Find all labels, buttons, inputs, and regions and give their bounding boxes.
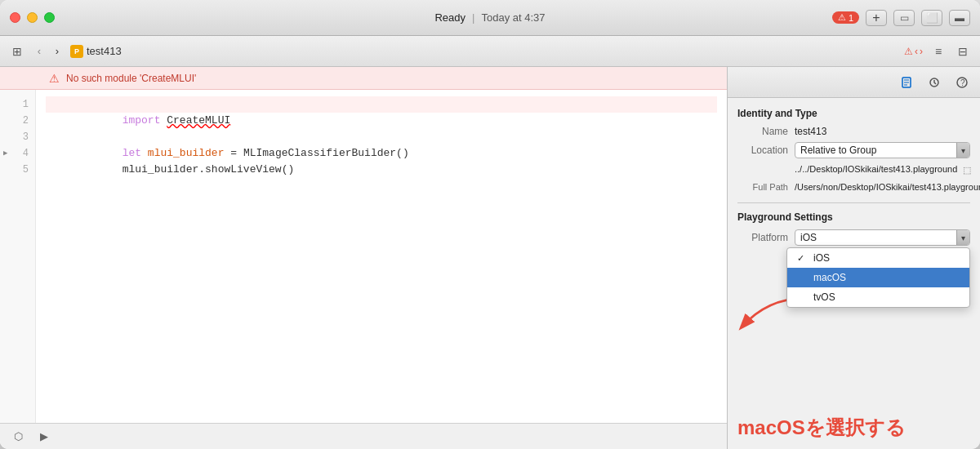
inspector-panel: ? Identity and Type Name test413 Locatio… xyxy=(727,67,980,449)
location-select[interactable]: Relative to Group ▾ xyxy=(795,142,970,158)
dropdown-macos-label: macOS xyxy=(813,272,846,283)
platform-section: Platform iOS ▾ ✓ iOS xyxy=(737,229,970,246)
platform-dropdown: ✓ iOS macOS tvOS xyxy=(786,247,970,308)
error-bar-message: No such module 'CreateMLUI' xyxy=(66,73,196,84)
dropdown-item-tvos[interactable]: tvOS xyxy=(787,287,969,307)
relative-path-browse[interactable]: ⬚ xyxy=(960,163,973,176)
toolbar-error-icon: ⚠ xyxy=(904,46,913,57)
platform-label: Platform xyxy=(737,232,795,243)
location-label: Location xyxy=(737,144,795,156)
navigator-toggle[interactable]: ⊞ xyxy=(8,42,26,60)
dropdown-item-ios[interactable]: ✓ iOS xyxy=(787,248,969,268)
editor-bottom: ⬡ ▶ xyxy=(0,423,727,449)
add-tab-button[interactable]: + xyxy=(866,10,887,26)
line-num-1: 1 xyxy=(0,96,35,113)
line-numbers: 1 2 3 4 5 xyxy=(0,90,36,423)
toolbar-right: ⚠ ‹ › ≡ ⊟ xyxy=(904,42,972,60)
divider-1 xyxy=(737,202,970,203)
inspector-tab-help[interactable]: ? xyxy=(952,73,972,92)
layout-button-1[interactable]: ▭ xyxy=(893,10,915,26)
maximize-button[interactable] xyxy=(44,12,55,23)
error-count: 1 xyxy=(849,13,853,23)
code-area[interactable]: 1 2 3 4 5 import CreateMLUI let mlui_bui… xyxy=(0,90,727,423)
annotation-text: macOSを選択する xyxy=(737,415,970,441)
ios-check-icon: ✓ xyxy=(797,253,808,264)
code-line-3: let mlui_builder = MLImageClassifierBuil… xyxy=(46,129,717,145)
location-row: Location Relative to Group ▾ xyxy=(737,142,970,158)
nav-buttons: ‹ › xyxy=(31,43,65,60)
svg-text:?: ? xyxy=(960,78,965,87)
code-line-1: import CreateMLUI xyxy=(46,96,717,113)
location-select-value: Relative to Group xyxy=(800,144,953,156)
layout-button-2[interactable]: ⬜ xyxy=(921,10,942,26)
toolbar-error: ⚠ ‹ › xyxy=(904,46,923,57)
titlebar: Ready | Today at 4:37 ⚠ 1 + ▭ ⬜ ▬ xyxy=(0,0,980,36)
dropdown-ios-label: iOS xyxy=(813,252,830,264)
editor-panel: ⚠ No such module 'CreateMLUI' 1 2 3 4 5 … xyxy=(0,67,727,449)
breadcrumb: P test413 xyxy=(70,45,122,58)
file-icon: P xyxy=(70,45,83,58)
error-bar-icon: ⚠ xyxy=(49,72,60,85)
name-label: Name xyxy=(737,126,795,137)
nav-forward[interactable]: › xyxy=(49,43,65,60)
name-row: Name test413 xyxy=(737,126,970,137)
error-badge: ⚠ 1 xyxy=(832,11,859,24)
full-path-row: Full Path /Users/non/Desktop/IOSkikai/te… xyxy=(737,181,970,194)
code-lines[interactable]: import CreateMLUI let mlui_builder = MLI… xyxy=(36,90,727,423)
line-num-2: 2 xyxy=(0,113,35,129)
inspector-tab-history[interactable] xyxy=(924,73,944,92)
xcode-window: Ready | Today at 4:37 ⚠ 1 + ▭ ⬜ ▬ ⊞ ‹ › … xyxy=(0,0,980,449)
line-ending-btn[interactable]: ≡ xyxy=(929,42,947,60)
nav-back[interactable]: ‹ xyxy=(31,43,47,60)
line-num-3: 3 xyxy=(0,129,35,145)
minimize-button[interactable] xyxy=(27,12,38,23)
annotation-container: macOSを選択する xyxy=(728,358,980,449)
titlebar-center: Ready | Today at 4:37 xyxy=(434,11,545,24)
breadcrumb-filename: test413 xyxy=(87,45,122,57)
line-num-5: 5 xyxy=(0,162,35,178)
error-bar: ⚠ No such module 'CreateMLUI' xyxy=(0,67,727,90)
error-icon: ⚠ xyxy=(838,12,846,23)
authors-btn[interactable]: ⊟ xyxy=(954,42,972,60)
window-time: Today at 4:37 xyxy=(481,11,545,24)
platform-row: Platform iOS ▾ xyxy=(737,229,970,246)
identity-type-title: Identity and Type xyxy=(737,108,970,119)
full-path-value: /Users/non/Desktop/IOSkikai/test413.play… xyxy=(795,181,980,193)
traffic-lights xyxy=(10,12,55,23)
close-button[interactable] xyxy=(10,12,20,23)
relative-path-value: ../../Desktop/IOSkikai/test413.playgroun… xyxy=(795,163,957,176)
titlebar-right: ⚠ 1 + ▭ ⬜ ▬ xyxy=(832,10,970,26)
relative-path-row: ../../Desktop/IOSkikai/test413.playgroun… xyxy=(737,163,970,176)
console-toggle[interactable]: ⬡ xyxy=(10,429,26,445)
platform-select-arrow: ▾ xyxy=(956,230,969,245)
inspector-toolbar: ? xyxy=(728,67,980,98)
playground-settings-title: Playground Settings xyxy=(737,211,970,223)
platform-select-value: iOS xyxy=(800,232,953,243)
inspector-content: Identity and Type Name test413 Location … xyxy=(728,98,980,358)
name-value: test413 xyxy=(795,126,970,137)
inspector-tab-file[interactable] xyxy=(897,73,916,92)
window-title: Ready xyxy=(434,11,466,24)
main-area: ⚠ No such module 'CreateMLUI' 1 2 3 4 5 … xyxy=(0,67,980,449)
location-select-arrow: ▾ xyxy=(956,143,969,158)
full-path-label: Full Path xyxy=(737,181,795,192)
toolbar-error-nav-fwd[interactable]: › xyxy=(920,46,923,57)
line-num-4: 4 xyxy=(0,145,35,162)
layout-button-3[interactable]: ▬ xyxy=(949,10,970,26)
toolbar: ⊞ ‹ › P test413 ⚠ ‹ › ≡ ⊟ xyxy=(0,36,980,67)
dropdown-tvos-label: tvOS xyxy=(813,291,835,303)
dropdown-item-macos[interactable]: macOS xyxy=(787,268,969,287)
toolbar-error-nav-back[interactable]: ‹ xyxy=(915,46,918,57)
relative-path-label xyxy=(737,163,795,164)
platform-select[interactable]: iOS ▾ xyxy=(795,229,970,246)
run-button[interactable]: ▶ xyxy=(36,429,52,445)
